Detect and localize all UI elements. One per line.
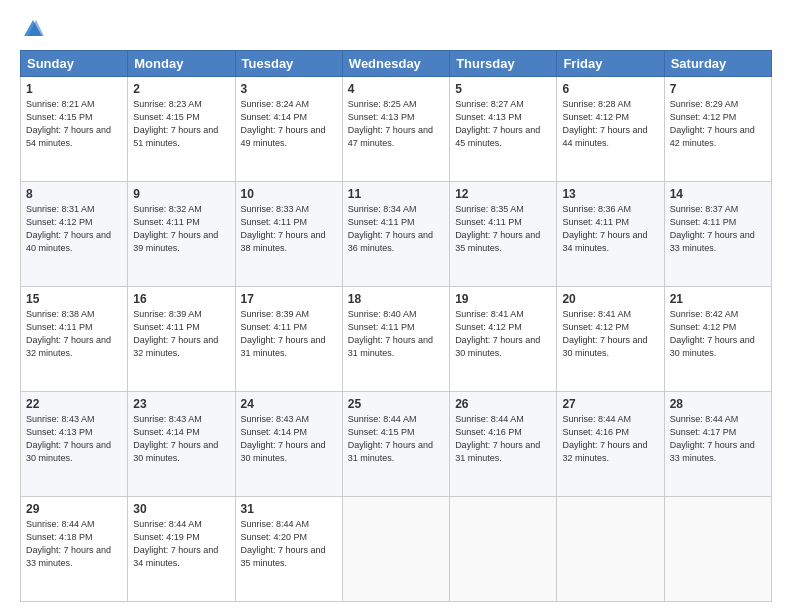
day-number: 28: [670, 396, 766, 412]
calendar-cell: 4Sunrise: 8:25 AMSunset: 4:13 PMDaylight…: [342, 77, 449, 182]
calendar-cell: 16Sunrise: 8:39 AMSunset: 4:11 PMDayligh…: [128, 287, 235, 392]
calendar-cell: 12Sunrise: 8:35 AMSunset: 4:11 PMDayligh…: [450, 182, 557, 287]
calendar-cell: [450, 497, 557, 602]
calendar-cell: 8Sunrise: 8:31 AMSunset: 4:12 PMDaylight…: [21, 182, 128, 287]
day-number: 17: [241, 291, 337, 307]
calendar-cell: 26Sunrise: 8:44 AMSunset: 4:16 PMDayligh…: [450, 392, 557, 497]
calendar-cell: 1Sunrise: 8:21 AMSunset: 4:15 PMDaylight…: [21, 77, 128, 182]
day-number: 18: [348, 291, 444, 307]
calendar-cell: 28Sunrise: 8:44 AMSunset: 4:17 PMDayligh…: [664, 392, 771, 497]
day-number: 21: [670, 291, 766, 307]
day-number: 27: [562, 396, 658, 412]
day-number: 5: [455, 81, 551, 97]
calendar-cell: 29Sunrise: 8:44 AMSunset: 4:18 PMDayligh…: [21, 497, 128, 602]
day-number: 1: [26, 81, 122, 97]
day-info: Sunrise: 8:44 AMSunset: 4:17 PMDaylight:…: [670, 414, 755, 462]
day-info: Sunrise: 8:39 AMSunset: 4:11 PMDaylight:…: [133, 309, 218, 357]
day-info: Sunrise: 8:33 AMSunset: 4:11 PMDaylight:…: [241, 204, 326, 252]
day-info: Sunrise: 8:44 AMSunset: 4:19 PMDaylight:…: [133, 519, 218, 567]
day-info: Sunrise: 8:44 AMSunset: 4:18 PMDaylight:…: [26, 519, 111, 567]
day-number: 4: [348, 81, 444, 97]
calendar-cell: 6Sunrise: 8:28 AMSunset: 4:12 PMDaylight…: [557, 77, 664, 182]
day-number: 15: [26, 291, 122, 307]
calendar-page: SundayMondayTuesdayWednesdayThursdayFrid…: [0, 0, 792, 612]
calendar-cell: 2Sunrise: 8:23 AMSunset: 4:15 PMDaylight…: [128, 77, 235, 182]
day-number: 12: [455, 186, 551, 202]
calendar-cell: 14Sunrise: 8:37 AMSunset: 4:11 PMDayligh…: [664, 182, 771, 287]
day-info: Sunrise: 8:40 AMSunset: 4:11 PMDaylight:…: [348, 309, 433, 357]
day-number: 20: [562, 291, 658, 307]
col-header-thursday: Thursday: [450, 51, 557, 77]
day-number: 8: [26, 186, 122, 202]
day-info: Sunrise: 8:31 AMSunset: 4:12 PMDaylight:…: [26, 204, 111, 252]
day-number: 13: [562, 186, 658, 202]
day-number: 19: [455, 291, 551, 307]
day-number: 16: [133, 291, 229, 307]
day-info: Sunrise: 8:43 AMSunset: 4:14 PMDaylight:…: [241, 414, 326, 462]
day-number: 6: [562, 81, 658, 97]
day-number: 25: [348, 396, 444, 412]
day-info: Sunrise: 8:44 AMSunset: 4:16 PMDaylight:…: [455, 414, 540, 462]
calendar-cell: 9Sunrise: 8:32 AMSunset: 4:11 PMDaylight…: [128, 182, 235, 287]
calendar-cell: 23Sunrise: 8:43 AMSunset: 4:14 PMDayligh…: [128, 392, 235, 497]
day-info: Sunrise: 8:43 AMSunset: 4:14 PMDaylight:…: [133, 414, 218, 462]
calendar-cell: 27Sunrise: 8:44 AMSunset: 4:16 PMDayligh…: [557, 392, 664, 497]
day-info: Sunrise: 8:41 AMSunset: 4:12 PMDaylight:…: [562, 309, 647, 357]
calendar-cell: 3Sunrise: 8:24 AMSunset: 4:14 PMDaylight…: [235, 77, 342, 182]
day-info: Sunrise: 8:41 AMSunset: 4:12 PMDaylight:…: [455, 309, 540, 357]
calendar-week-2: 8Sunrise: 8:31 AMSunset: 4:12 PMDaylight…: [21, 182, 772, 287]
day-info: Sunrise: 8:27 AMSunset: 4:13 PMDaylight:…: [455, 99, 540, 147]
calendar-cell: [342, 497, 449, 602]
day-number: 23: [133, 396, 229, 412]
calendar-table: SundayMondayTuesdayWednesdayThursdayFrid…: [20, 50, 772, 602]
day-info: Sunrise: 8:44 AMSunset: 4:15 PMDaylight:…: [348, 414, 433, 462]
day-info: Sunrise: 8:43 AMSunset: 4:13 PMDaylight:…: [26, 414, 111, 462]
day-info: Sunrise: 8:23 AMSunset: 4:15 PMDaylight:…: [133, 99, 218, 147]
calendar-cell: 18Sunrise: 8:40 AMSunset: 4:11 PMDayligh…: [342, 287, 449, 392]
day-number: 7: [670, 81, 766, 97]
calendar-cell: 13Sunrise: 8:36 AMSunset: 4:11 PMDayligh…: [557, 182, 664, 287]
day-number: 11: [348, 186, 444, 202]
calendar-cell: 21Sunrise: 8:42 AMSunset: 4:12 PMDayligh…: [664, 287, 771, 392]
day-info: Sunrise: 8:35 AMSunset: 4:11 PMDaylight:…: [455, 204, 540, 252]
day-info: Sunrise: 8:38 AMSunset: 4:11 PMDaylight:…: [26, 309, 111, 357]
day-info: Sunrise: 8:34 AMSunset: 4:11 PMDaylight:…: [348, 204, 433, 252]
day-info: Sunrise: 8:39 AMSunset: 4:11 PMDaylight:…: [241, 309, 326, 357]
day-info: Sunrise: 8:21 AMSunset: 4:15 PMDaylight:…: [26, 99, 111, 147]
day-info: Sunrise: 8:25 AMSunset: 4:13 PMDaylight:…: [348, 99, 433, 147]
day-info: Sunrise: 8:32 AMSunset: 4:11 PMDaylight:…: [133, 204, 218, 252]
day-number: 31: [241, 501, 337, 517]
day-number: 29: [26, 501, 122, 517]
calendar-cell: 7Sunrise: 8:29 AMSunset: 4:12 PMDaylight…: [664, 77, 771, 182]
day-number: 3: [241, 81, 337, 97]
day-number: 2: [133, 81, 229, 97]
calendar-cell: 15Sunrise: 8:38 AMSunset: 4:11 PMDayligh…: [21, 287, 128, 392]
day-info: Sunrise: 8:44 AMSunset: 4:16 PMDaylight:…: [562, 414, 647, 462]
day-info: Sunrise: 8:42 AMSunset: 4:12 PMDaylight:…: [670, 309, 755, 357]
calendar-cell: 10Sunrise: 8:33 AMSunset: 4:11 PMDayligh…: [235, 182, 342, 287]
day-info: Sunrise: 8:44 AMSunset: 4:20 PMDaylight:…: [241, 519, 326, 567]
calendar-cell: 5Sunrise: 8:27 AMSunset: 4:13 PMDaylight…: [450, 77, 557, 182]
day-info: Sunrise: 8:29 AMSunset: 4:12 PMDaylight:…: [670, 99, 755, 147]
day-info: Sunrise: 8:24 AMSunset: 4:14 PMDaylight:…: [241, 99, 326, 147]
header: [20, 18, 772, 40]
calendar-week-1: 1Sunrise: 8:21 AMSunset: 4:15 PMDaylight…: [21, 77, 772, 182]
calendar-cell: 17Sunrise: 8:39 AMSunset: 4:11 PMDayligh…: [235, 287, 342, 392]
calendar-week-4: 22Sunrise: 8:43 AMSunset: 4:13 PMDayligh…: [21, 392, 772, 497]
day-info: Sunrise: 8:37 AMSunset: 4:11 PMDaylight:…: [670, 204, 755, 252]
calendar-week-5: 29Sunrise: 8:44 AMSunset: 4:18 PMDayligh…: [21, 497, 772, 602]
col-header-tuesday: Tuesday: [235, 51, 342, 77]
day-number: 30: [133, 501, 229, 517]
day-number: 14: [670, 186, 766, 202]
calendar-cell: [664, 497, 771, 602]
calendar-cell: 31Sunrise: 8:44 AMSunset: 4:20 PMDayligh…: [235, 497, 342, 602]
col-header-saturday: Saturday: [664, 51, 771, 77]
calendar-cell: 24Sunrise: 8:43 AMSunset: 4:14 PMDayligh…: [235, 392, 342, 497]
calendar-week-3: 15Sunrise: 8:38 AMSunset: 4:11 PMDayligh…: [21, 287, 772, 392]
calendar-cell: 22Sunrise: 8:43 AMSunset: 4:13 PMDayligh…: [21, 392, 128, 497]
day-info: Sunrise: 8:36 AMSunset: 4:11 PMDaylight:…: [562, 204, 647, 252]
day-number: 10: [241, 186, 337, 202]
day-info: Sunrise: 8:28 AMSunset: 4:12 PMDaylight:…: [562, 99, 647, 147]
day-number: 9: [133, 186, 229, 202]
col-header-wednesday: Wednesday: [342, 51, 449, 77]
